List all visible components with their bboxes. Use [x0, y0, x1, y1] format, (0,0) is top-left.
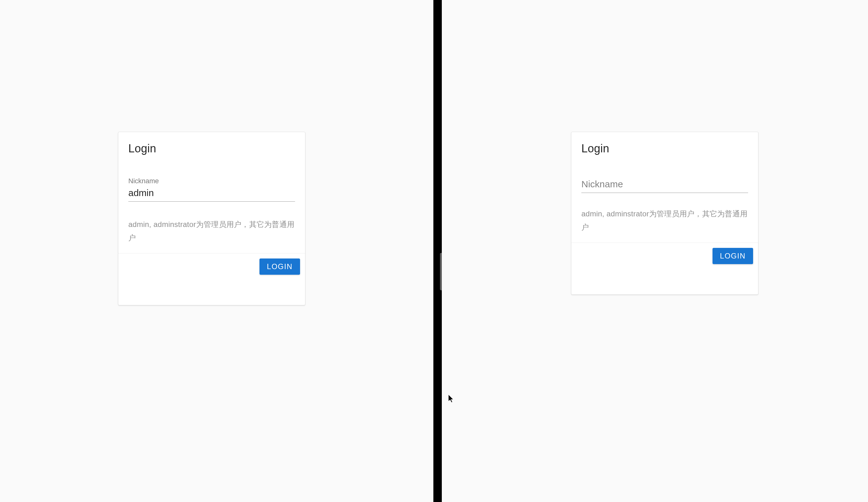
- login-button[interactable]: LOGIN: [259, 259, 300, 275]
- input-wrapper: Nickname: [581, 177, 748, 191]
- nickname-field: Nickname: [581, 177, 748, 191]
- card-actions: LOGIN: [118, 253, 305, 281]
- nickname-input[interactable]: [581, 177, 748, 193]
- split-viewport: Login Nickname admin, adminstrator为管理员用户…: [0, 0, 868, 502]
- left-pane: Login Nickname admin, adminstrator为管理员用户…: [0, 0, 433, 502]
- nickname-input[interactable]: [128, 188, 295, 202]
- login-card-right: Login Nickname admin, adminstrator为管理员用户…: [571, 132, 758, 295]
- card-footer-space: [571, 271, 758, 294]
- card-title: Login: [128, 142, 295, 155]
- nickname-field: Nickname: [128, 177, 295, 202]
- card-actions: LOGIN: [571, 243, 758, 271]
- nickname-label: Nickname: [128, 177, 295, 185]
- helper-text: admin, adminstrator为管理员用户，其它为普通用户: [128, 218, 295, 244]
- login-button[interactable]: LOGIN: [713, 248, 753, 264]
- card-body: Login Nickname admin, adminstrator为管理员用户…: [571, 132, 758, 243]
- right-pane: Login Nickname admin, adminstrator为管理员用户…: [442, 0, 868, 502]
- card-body: Login Nickname admin, adminstrator为管理员用户…: [118, 132, 305, 253]
- helper-text: admin, adminstrator为管理员用户，其它为普通用户: [581, 207, 748, 234]
- pane-divider[interactable]: [433, 0, 442, 502]
- input-wrapper: [128, 188, 295, 202]
- card-title: Login: [581, 142, 748, 155]
- card-footer-space: [118, 281, 305, 305]
- login-card-left: Login Nickname admin, adminstrator为管理员用户…: [118, 132, 306, 305]
